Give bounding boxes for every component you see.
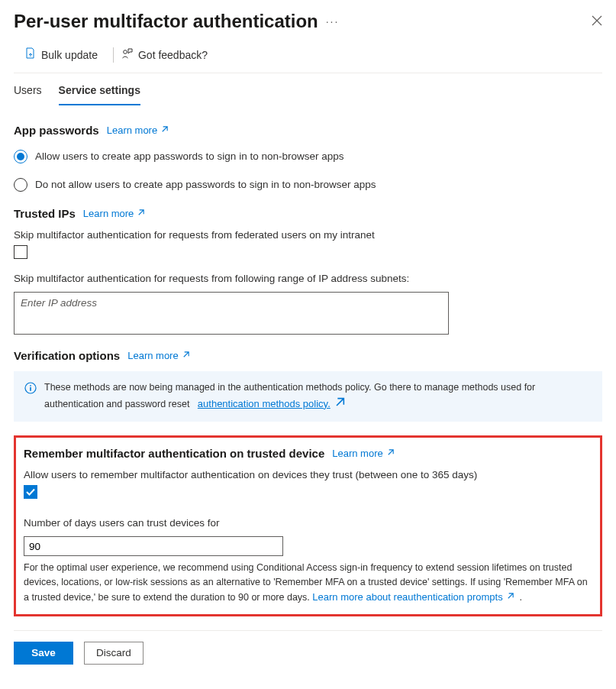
person-feedback-icon bbox=[121, 47, 134, 62]
verification-options-heading: Verification options bbox=[14, 349, 120, 362]
ip-address-input[interactable] bbox=[14, 292, 449, 335]
tab-users[interactable]: Users bbox=[14, 79, 42, 105]
external-link-icon bbox=[182, 350, 190, 361]
learn-more-label: Learn more bbox=[332, 448, 382, 459]
reauth-link-label: Learn more about reauthentication prompt… bbox=[312, 590, 502, 605]
external-link-icon bbox=[334, 395, 346, 413]
app-passwords-heading: App passwords bbox=[14, 124, 99, 137]
learn-more-label: Learn more bbox=[83, 208, 134, 219]
radio-allow-label: Allow users to create app passwords to s… bbox=[35, 150, 343, 162]
remember-mfa-highlight: Remember multifactor authentication on t… bbox=[14, 435, 602, 616]
discard-button[interactable]: Discard bbox=[84, 642, 144, 665]
remember-learn-more-link[interactable]: Learn more bbox=[332, 448, 394, 459]
document-arrow-icon bbox=[24, 47, 37, 62]
info-icon bbox=[24, 380, 37, 412]
auth-methods-policy-link[interactable]: authentication methods policy. bbox=[198, 395, 346, 413]
reauth-prompts-link[interactable]: Learn more about reauthentication prompt… bbox=[312, 590, 514, 605]
radio-allow-app-passwords[interactable] bbox=[14, 150, 27, 163]
verification-info-box: These methods are now being managed in t… bbox=[14, 371, 602, 422]
radio-deny-app-passwords[interactable] bbox=[14, 178, 27, 192]
page-title: Per-user multifactor authentication bbox=[14, 11, 318, 32]
more-icon[interactable]: ··· bbox=[326, 15, 340, 27]
tab-service-settings[interactable]: Service settings bbox=[59, 79, 140, 105]
checkbox-skip-federated[interactable] bbox=[14, 245, 27, 259]
bulk-update-button[interactable]: Bulk update bbox=[21, 44, 108, 65]
close-icon[interactable] bbox=[592, 15, 602, 28]
auth-methods-policy-label: authentication methods policy. bbox=[198, 396, 331, 412]
checkbox-allow-remember[interactable] bbox=[24, 485, 37, 499]
learn-more-label: Learn more bbox=[127, 350, 178, 361]
allow-remember-label: Allow users to remember multifactor auth… bbox=[24, 469, 592, 480]
feedback-button[interactable]: Got feedback? bbox=[118, 44, 218, 65]
bulk-update-label: Bulk update bbox=[41, 49, 98, 61]
skip-federated-label: Skip multifactor authentication for requ… bbox=[14, 229, 602, 241]
days-label: Number of days users can trust devices f… bbox=[24, 517, 592, 529]
svg-point-2 bbox=[30, 385, 31, 387]
remember-mfa-heading: Remember multifactor authentication on t… bbox=[24, 447, 324, 460]
external-link-icon bbox=[160, 125, 169, 136]
svg-point-0 bbox=[124, 50, 127, 54]
trusted-ips-learn-more-link[interactable]: Learn more bbox=[83, 208, 145, 219]
app-passwords-learn-more-link[interactable]: Learn more bbox=[107, 125, 169, 136]
skip-range-label: Skip multifactor authentication for requ… bbox=[14, 273, 602, 284]
external-link-icon bbox=[386, 448, 395, 459]
external-link-icon bbox=[506, 590, 514, 605]
command-separator bbox=[113, 47, 114, 63]
external-link-icon bbox=[137, 208, 145, 219]
days-input[interactable] bbox=[24, 536, 283, 556]
learn-more-label: Learn more bbox=[107, 125, 157, 136]
save-button[interactable]: Save bbox=[14, 642, 73, 665]
radio-deny-label: Do not allow users to create app passwor… bbox=[35, 179, 376, 190]
verification-learn-more-link[interactable]: Learn more bbox=[127, 350, 189, 361]
svg-rect-3 bbox=[30, 387, 31, 391]
feedback-label: Got feedback? bbox=[138, 49, 208, 61]
trusted-ips-heading: Trusted IPs bbox=[14, 207, 76, 220]
